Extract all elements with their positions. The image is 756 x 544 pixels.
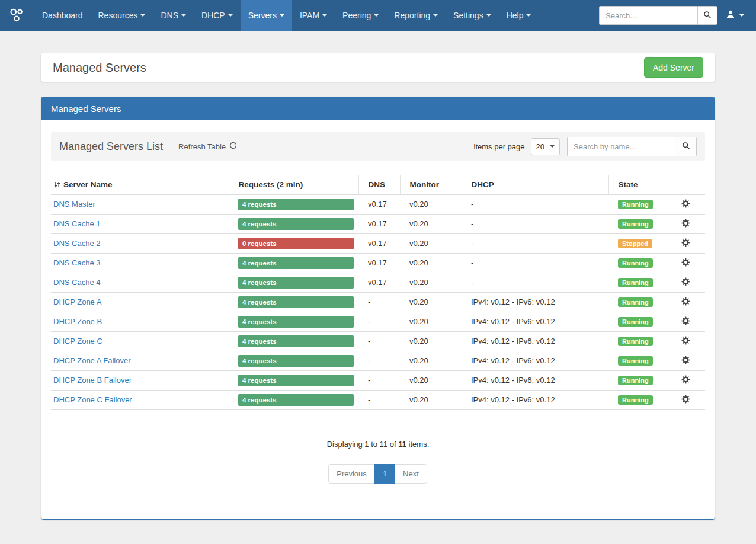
column-header-monitor[interactable]: Monitor [400,175,462,194]
server-name-link[interactable]: DNS Cache 4 [53,278,100,287]
server-name-link[interactable]: DNS Cache 3 [53,258,100,267]
gear-icon[interactable] [681,238,690,247]
page-container: Managed Servers Add Server Managed Serve… [41,53,715,520]
server-name-link[interactable]: DHCP Zone A [53,297,101,306]
server-name-link[interactable]: DHCP Zone B [53,317,102,326]
server-name-link[interactable]: DHCP Zone C Failover [53,395,132,404]
table-row: DNS Cache 34 requestsv0.17v0.20-Running [51,253,705,273]
requests-bar: 4 requests [238,335,354,347]
nav-item-settings[interactable]: Settings [446,0,499,31]
table-row: DNS Cache 20 requestsv0.17v0.20-Stopped [51,233,705,253]
nav-item-servers[interactable]: Servers [241,0,292,31]
requests-bar: 4 requests [238,257,354,269]
gear-icon[interactable] [681,356,690,364]
gear-icon[interactable] [681,277,690,286]
state-cell: Running [608,194,662,215]
requests-cell: 4 requests [229,253,358,273]
monitor-version-cell: v0.20 [400,273,462,292]
server-name-link[interactable]: DHCP Zone B Failover [53,376,132,385]
nav-item-label: Help [507,11,524,20]
server-name-link[interactable]: DNS Cache 1 [53,219,100,228]
user-menu[interactable] [725,7,745,24]
nav-item-peering[interactable]: Peering [335,0,386,31]
gear-icon[interactable] [681,316,690,325]
dhcp-version-cell: IPv4: v0.12 - IPv6: v0.12 [462,292,608,312]
column-header-label: Server Name [63,180,113,189]
state-cell: Running [608,292,662,312]
page-title: Managed Servers [53,61,146,75]
actions-cell [662,292,705,312]
column-header-state[interactable]: State [608,175,662,194]
server-name-cell: DNS Cache 3 [51,253,229,273]
items-per-page-label: items per page [474,142,525,151]
table-toolbar: Managed Servers List Refresh Table items… [51,132,705,161]
state-badge: Running [618,337,653,346]
requests-cell: 4 requests [229,370,358,390]
nav-item-reporting[interactable]: Reporting [386,0,446,31]
server-name-link[interactable]: DHCP Zone A Failover [53,356,131,365]
pagination: Previous 1 Next [51,464,705,484]
global-search-input[interactable] [599,6,697,25]
nav-item-dashboard[interactable]: Dashboard [34,0,91,31]
search-icon [682,142,690,152]
nav-item-dns[interactable]: DNS [153,0,194,31]
requests-cell: 4 requests [229,312,358,331]
column-header-requests-2-min[interactable]: Requests (2 min) [229,175,358,194]
requests-bar: 4 requests [238,277,354,289]
state-cell: Running [608,390,662,409]
server-name-link[interactable]: DNS Cache 2 [53,239,100,248]
table-search-button[interactable] [675,137,697,156]
refresh-table-label: Refresh Table [178,142,226,151]
pagination-next[interactable]: Next [395,464,427,484]
nav-item-ipam[interactable]: IPAM [292,0,335,31]
column-header-dhcp[interactable]: DHCP [462,175,608,194]
server-name-link[interactable]: DNS Master [53,200,95,209]
global-search-button[interactable] [697,6,717,25]
nav-item-label: Peering [342,11,371,20]
state-badge: Running [618,278,653,287]
table-row: DHCP Zone B4 requests-v0.20IPv4: v0.12 -… [51,312,705,331]
actions-cell [662,312,705,331]
server-name-cell: DHCP Zone B Failover [51,370,229,390]
table-search-input[interactable] [567,137,675,156]
nav-item-label: Reporting [394,11,430,20]
dns-version-cell: - [358,331,400,351]
requests-bar: 4 requests [238,316,354,328]
monitor-version-cell: v0.20 [400,233,462,253]
column-header-dns[interactable]: DNS [358,175,400,194]
table-row: DNS Cache 14 requestsv0.17v0.20-Running [51,214,705,233]
requests-bar: 4 requests [238,199,354,210]
nav-item-dhcp[interactable]: DHCP [194,0,241,31]
server-name-cell: DHCP Zone A [51,292,229,312]
requests-cell: 4 requests [229,390,358,409]
pagination-page-1[interactable]: 1 [374,464,395,484]
gear-icon[interactable] [681,219,690,228]
requests-cell: 4 requests [229,194,358,215]
nav-item-resources[interactable]: Resources [91,0,153,31]
chevron-down-icon [550,145,555,148]
requests-bar: 4 requests [238,355,354,367]
items-per-page-select[interactable]: 20 [531,138,560,155]
gear-icon[interactable] [681,375,690,384]
nav-item-help[interactable]: Help [499,0,539,31]
pagination-previous[interactable]: Previous [328,464,375,484]
gear-icon[interactable] [681,199,690,208]
column-header-server-name[interactable]: Server Name [51,175,229,194]
gear-icon[interactable] [681,336,690,345]
server-name-cell: DHCP Zone A Failover [51,351,229,370]
state-cell: Running [608,253,662,273]
requests-bar: 4 requests [238,218,354,230]
add-server-button[interactable]: Add Server [644,57,703,78]
app-logo-icon[interactable] [8,7,25,24]
refresh-table-button[interactable]: Refresh Table [178,142,237,151]
server-name-link[interactable]: DHCP Zone C [53,337,102,345]
dns-version-cell: v0.17 [358,253,400,273]
dhcp-version-cell: IPv4: v0.12 - IPv6: v0.12 [462,390,608,409]
dns-version-cell: - [358,370,400,390]
sort-icon[interactable] [53,180,63,188]
dhcp-version-cell: IPv4: v0.12 - IPv6: v0.12 [462,312,608,331]
navbar-right [599,6,745,25]
gear-icon[interactable] [681,395,690,404]
gear-icon[interactable] [681,258,690,267]
gear-icon[interactable] [681,297,690,306]
